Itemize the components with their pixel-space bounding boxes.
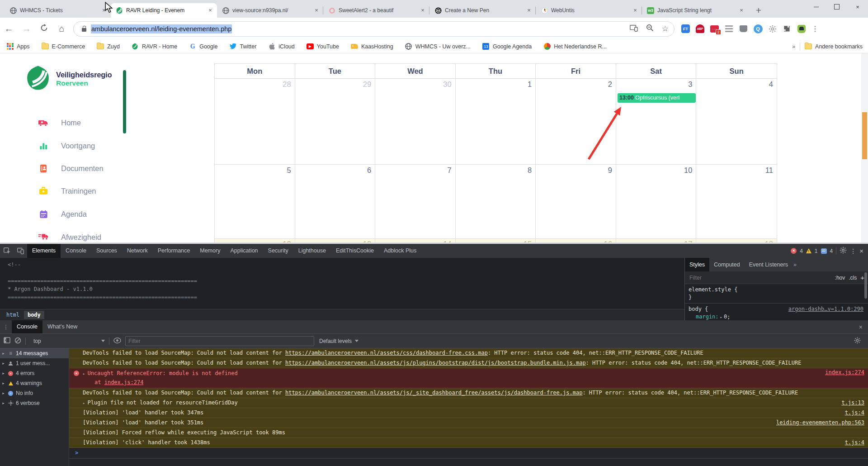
settings-extension-icon[interactable] [768,24,777,33]
bookmark-google-agenda[interactable]: 13Google Agenda [482,43,532,50]
forward-icon[interactable]: → [18,24,35,34]
bookmark-star-icon[interactable]: ☆ [662,24,669,33]
console-filter-all-messages[interactable]: ▸≡ 14 messages [0,348,69,358]
day-cell[interactable]: 7 [375,165,456,239]
sidebar-item-trainingen[interactable]: Trainingen [38,186,96,196]
day-cell[interactable]: 30 [375,79,456,165]
device-toolbar-icon[interactable] [14,247,27,255]
bookmark-youtube[interactable]: ▶YouTube [307,43,339,50]
devtools-tab-sources[interactable]: Sources [91,244,122,258]
bookmark-zuyd[interactable]: Zuyd [97,43,120,50]
bookmark-whmcs[interactable]: WHMCS - Uw overz... [405,43,471,50]
puzzle-extension-icon[interactable] [782,24,792,33]
day-cell-partial[interactable]: 17 [616,239,697,243]
day-cell-partial[interactable]: 15 [456,239,536,243]
browser-menu-icon[interactable]: ⋮ [811,24,819,33]
event-listeners-tab[interactable]: Event Listeners [745,258,793,271]
console-filter-warnings[interactable]: ▸ 4 warnings [0,378,69,388]
warning-badge-icon[interactable] [806,248,811,253]
day-cell-partial[interactable]: 14 [375,239,456,243]
element-style-rule[interactable]: element.style { } [685,284,868,304]
browser-tab-ravr-active[interactable]: RAVR Leiding - Evenem × [111,3,217,18]
tab-close-icon[interactable]: × [737,6,745,14]
search-extension-icon[interactable]: Q [753,24,763,33]
issues-badge-icon[interactable] [821,248,827,254]
browser-tab-sweetalert[interactable]: SweetAlert2 - a beautif × [323,3,429,18]
day-cell[interactable]: 8 [456,165,536,239]
computed-tab[interactable]: Computed [709,258,745,271]
home-icon[interactable]: ⌂ [53,24,71,34]
sidebar-item-voortgang[interactable]: Voortgang [38,141,95,151]
devtools-tab-editthiscookie[interactable]: EditThisCookie [331,244,379,258]
day-cell[interactable]: 28 [215,79,295,165]
day-cell[interactable]: 4 [696,79,777,165]
hov-toggle[interactable]: :hov [835,275,845,281]
bookmark-ecommerce[interactable]: E-Commerce [42,43,85,50]
browser-tab-codepen[interactable]: Create a New Pen × [429,3,536,18]
devtools-close-icon[interactable]: × [859,247,863,255]
chat-extension-icon[interactable]: ...2 [710,24,719,33]
bookmark-google[interactable]: GGoogle [189,43,217,50]
page-scrollbar-thumb[interactable] [862,112,867,159]
console-filter-verbose[interactable]: ▸ 6 verbose [0,398,69,408]
error-badge-icon[interactable]: × [791,248,797,254]
console-link[interactable]: https://ambulanceroerveen.nl/assets/css/… [285,350,488,356]
whats-new-tab[interactable]: What's New [42,320,82,333]
reader-extension-icon[interactable] [724,24,734,33]
browser-tab-viewsource[interactable]: view-source:n939pa.nl/ × [217,3,323,18]
styles-filter-input[interactable] [689,274,831,281]
devtools-menu-icon[interactable]: ⋮ [850,247,856,255]
day-cell[interactable]: 10 [616,165,697,239]
day-cell[interactable]: 9 [536,165,616,239]
expand-icon[interactable]: ▸ [83,371,85,376]
minimize-button[interactable] [806,0,826,14]
devtools-tab-elements[interactable]: Elements [27,244,61,258]
devtools-tab-memory[interactable]: Memory [195,244,225,258]
zoom-icon[interactable] [646,24,654,33]
styles-more-tabs-icon[interactable]: » [793,262,797,268]
day-cell-partial[interactable]: 16 [536,239,616,243]
bookmark-twitter[interactable]: Twitter [230,43,257,50]
sidebar-scrollbar-thumb[interactable] [123,70,126,133]
styles-scrollbar-thumb[interactable] [864,272,867,299]
devtools-tab-console[interactable]: Console [61,244,91,258]
day-cell[interactable]: 1 [456,79,536,165]
tab-close-icon[interactable]: × [419,6,427,14]
console-link[interactable]: https://ambulanceroerveen.nl/assets/js/_… [285,390,582,396]
back-icon[interactable]: ← [0,24,18,34]
bookmarks-overflow-icon[interactable]: » [792,43,795,50]
maximize-button[interactable] [826,0,847,14]
dark-extension-icon[interactable] [739,24,748,33]
drawer-close-icon[interactable]: × [859,323,863,331]
console-levels-select[interactable]: Default levels [319,338,359,344]
expand-icon[interactable]: ▸ [83,401,85,405]
tab-close-icon[interactable]: × [312,6,321,14]
day-cell[interactable]: 5 [215,165,295,239]
sidebar-item-home[interactable]: Home [38,118,81,128]
bookmark-apps[interactable]: Apps [6,43,30,50]
bookmark-icloud[interactable]: iCloud [268,43,294,50]
devtools-tab-performance[interactable]: Performance [153,244,195,258]
ft-extension-icon[interactable]: FT [681,24,690,33]
inspect-icon[interactable] [0,247,14,255]
styles-tab[interactable]: Styles [685,258,709,271]
adblock-extension-icon[interactable]: ABP [695,24,705,33]
other-bookmarks-folder[interactable]: Andere bookmarks [805,43,863,50]
android-extension-icon[interactable] [797,24,806,33]
breadcrumb-body[interactable]: body [24,311,44,319]
devtools-settings-icon[interactable] [840,247,847,255]
sidebar-item-afwezigheid[interactable]: Afwezigheid [38,232,101,242]
source-link[interactable]: index.js:274 [825,368,864,377]
day-cell[interactable]: 29 [295,79,376,165]
page-scrollbar[interactable] [861,53,868,243]
source-link[interactable]: t.js:4 [845,438,864,447]
console-tab[interactable]: Console [12,320,42,333]
source-link[interactable]: t.js:4 [845,408,864,418]
devtools-tab-adblockplus[interactable]: Adblock Plus [379,244,421,258]
console-filter-user-messages[interactable]: ▸ 1 user mess... [0,358,69,368]
console-sidebar-toggle-icon[interactable] [4,337,10,345]
source-link[interactable]: leiding-evenementen.php:563 [776,418,864,428]
bookmark-ravr-home[interactable]: RAVR - Home [132,43,177,50]
send-to-device-icon[interactable] [630,24,638,33]
tab-close-icon[interactable]: × [206,6,214,14]
